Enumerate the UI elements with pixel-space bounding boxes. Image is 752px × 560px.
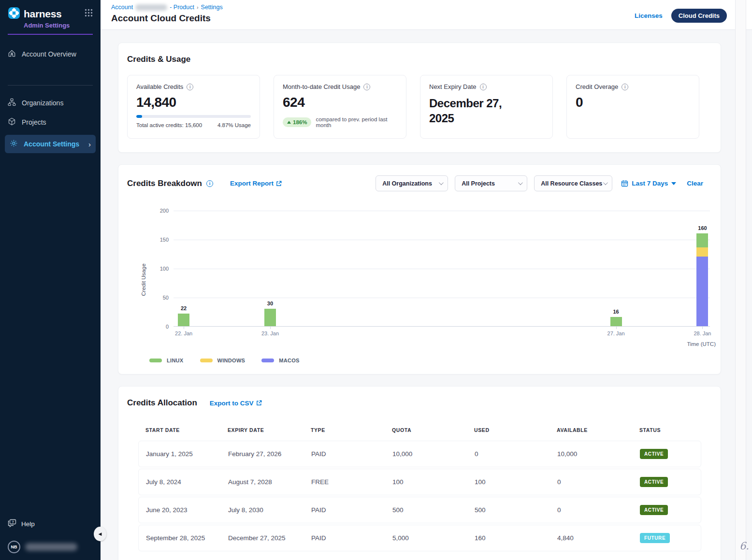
- credits-usage-section: Credits & Usage Available Credits i 14,8…: [118, 43, 721, 153]
- export-report-link[interactable]: Export Report: [230, 180, 282, 187]
- chevron-right-icon: ›: [88, 140, 91, 148]
- next-expiry-label: Next Expiry Date: [429, 83, 477, 90]
- x-tick: [702, 327, 703, 329]
- mtd-usage-label: Month-to-date Credit Usage: [283, 83, 360, 90]
- table-row: June 20, 2023 July 8, 2030 PAID 500 500 …: [138, 497, 701, 523]
- chart-x-axis: Time (UTC) 22. Jan23. Jan27. Jan28. Jan: [174, 327, 710, 349]
- available-credits-value: 14,840: [136, 95, 251, 110]
- app-grid-icon[interactable]: [85, 9, 93, 19]
- usage-percent: 4.87% Usage: [217, 122, 251, 128]
- user-name-redacted: [25, 543, 77, 551]
- legend-item-macos[interactable]: MACOS: [261, 358, 299, 363]
- status-badge: ACTIVE: [640, 449, 668, 459]
- page-header: Account - Product › Settings Account Clo…: [101, 0, 752, 30]
- chart-plot: 050100150200223016160: [174, 211, 710, 327]
- gridline: [174, 298, 710, 298]
- sidebar-item-account-overview[interactable]: Account Overview: [0, 44, 101, 64]
- gridline: [174, 211, 710, 211]
- sidebar-item-label: Projects: [22, 118, 46, 126]
- x-tick-label: 27. Jan: [607, 330, 625, 336]
- organizations-dropdown[interactable]: All Organizations: [376, 175, 448, 191]
- gridline: [174, 269, 710, 269]
- sidebar-nav: Account Overview Organizations: [0, 44, 101, 153]
- legend-swatch: [200, 359, 213, 362]
- table-header: START DATE EXPIRY DATE TYPE QUOTA USED A…: [138, 427, 701, 433]
- table-row: January 1, 2025 February 27, 2026 PAID 1…: [138, 441, 701, 467]
- status-badge: ACTIVE: [640, 505, 668, 515]
- sidebar: harness Admin Settings Account Overview: [0, 0, 101, 560]
- next-expiry-card: Next Expiry Date i December 27, 2025: [420, 75, 553, 139]
- col-quota: QUOTA: [392, 427, 474, 433]
- legend-label: LINUX: [167, 358, 184, 363]
- main-area: Account - Product › Settings Account Clo…: [101, 0, 752, 560]
- credits-allocation-section: Credits Allocation Export to CSV START D…: [118, 386, 721, 560]
- handwritten-annotation: 6.: [739, 540, 749, 552]
- sidebar-collapse-handle[interactable]: ◀: [94, 527, 106, 541]
- breadcrumb-account[interactable]: Account: [111, 4, 133, 11]
- info-icon[interactable]: i: [187, 84, 193, 90]
- x-tick: [270, 327, 271, 329]
- bar-23. Jan[interactable]: 30: [264, 210, 276, 326]
- bar-28. Jan[interactable]: 160: [696, 210, 708, 326]
- y-tick-label: 200: [160, 208, 169, 214]
- resource-classes-dropdown[interactable]: All Resource Classes: [534, 175, 612, 191]
- info-icon[interactable]: i: [622, 84, 628, 90]
- avatar[interactable]: NB: [8, 541, 20, 553]
- y-axis-title: Credit Usage: [141, 263, 146, 296]
- cube-icon: [8, 117, 16, 127]
- breadcrumb-product[interactable]: - Product: [170, 4, 194, 11]
- help-button[interactable]: ? Help: [8, 519, 93, 529]
- delta-badge: 186%: [283, 117, 311, 127]
- y-tick-label: 150: [160, 237, 169, 243]
- gridline: [174, 240, 710, 240]
- x-axis-title: Time (UTC): [687, 341, 716, 347]
- x-tick: [184, 327, 184, 329]
- legend-item-linux[interactable]: LINUX: [149, 358, 184, 363]
- sidebar-item-account-settings[interactable]: Account Settings ›: [5, 135, 96, 153]
- bar-27. Jan[interactable]: 16: [610, 210, 622, 326]
- info-icon[interactable]: i: [363, 84, 370, 90]
- credits-progress-fill: [136, 115, 142, 118]
- help-chat-icon: ?: [8, 519, 16, 529]
- credits-allocation-title: Credits Allocation: [127, 398, 197, 408]
- legend-item-windows[interactable]: WINDOWS: [200, 358, 246, 363]
- bar-22. Jan[interactable]: 22: [178, 210, 189, 326]
- projects-dropdown[interactable]: All Projects: [455, 175, 527, 191]
- logo-text: harness: [24, 8, 61, 20]
- scrollbar-track[interactable]: [735, 0, 746, 560]
- sidebar-item-label: Account Overview: [22, 50, 76, 58]
- y-tick-label: 50: [163, 295, 169, 301]
- x-tick: [616, 327, 617, 329]
- home-icon: [8, 49, 16, 59]
- info-icon[interactable]: i: [206, 180, 213, 187]
- bar-segment-linux: [696, 233, 708, 247]
- sidebar-item-projects[interactable]: Projects: [0, 113, 101, 132]
- col-type: TYPE: [311, 427, 392, 433]
- date-range-picker[interactable]: Last 7 Days: [621, 180, 676, 187]
- credits-usage-title: Credits & Usage: [127, 55, 712, 64]
- bar-segment-windows: [696, 247, 708, 257]
- breadcrumb-redacted: [135, 4, 167, 11]
- x-tick-label: 23. Jan: [261, 330, 279, 336]
- clear-filters-button[interactable]: Clear: [687, 180, 703, 187]
- sidebar-item-label: Organizations: [22, 99, 63, 107]
- logo-underline: [8, 34, 93, 35]
- help-label: Help: [21, 520, 35, 528]
- licenses-button[interactable]: Licenses: [635, 12, 663, 19]
- chart-legend: LINUXWINDOWSMACOS: [149, 358, 703, 363]
- org-chart-icon: [8, 98, 16, 108]
- external-link-icon: [276, 181, 282, 187]
- credits-breakdown-title: Credits Breakdown: [127, 179, 202, 188]
- breadcrumb-settings[interactable]: Settings: [201, 4, 223, 11]
- export-csv-link[interactable]: Export to CSV: [210, 400, 262, 407]
- status-badge: FUTURE: [640, 533, 670, 543]
- cloud-credits-button[interactable]: Cloud Credits: [671, 9, 727, 23]
- col-available: AVAILABLE: [557, 427, 639, 433]
- svg-text:?: ?: [12, 520, 14, 524]
- info-icon[interactable]: i: [480, 84, 487, 90]
- credits-breakdown-section: Credits Breakdown i Export Report All Or…: [118, 164, 721, 374]
- available-credits-card: Available Credits i 14,840 Total active …: [127, 75, 260, 139]
- external-link-icon: [256, 400, 262, 406]
- sidebar-item-organizations[interactable]: Organizations: [0, 93, 101, 113]
- mtd-usage-card: Month-to-date Credit Usage i 624 186% co…: [274, 75, 406, 139]
